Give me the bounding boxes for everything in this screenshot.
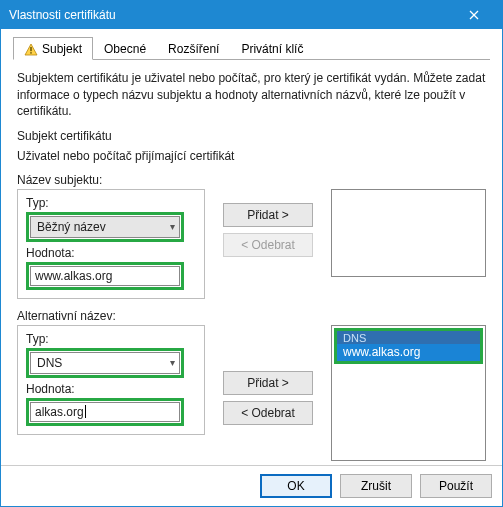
recipient-text: Uživatel nebo počítač přijímající certif… xyxy=(17,149,486,163)
description-text: Subjektem certifikátu je uživatel nebo p… xyxy=(17,70,486,119)
subject-name-group: Typ: Běžný název ▾ Hodnota: www.alkas.or… xyxy=(17,189,205,299)
text-caret xyxy=(85,405,86,418)
subject-name-area: Typ: Běžný název ▾ Hodnota: www.alkas.or… xyxy=(17,189,486,307)
alt-remove-button[interactable]: < Odebrat xyxy=(223,401,313,425)
subject-type-combo[interactable]: Běžný název ▾ xyxy=(30,216,180,238)
subject-heading: Subjekt certifikátu xyxy=(17,129,486,143)
tab-subjekt-label: Subjekt xyxy=(42,42,82,56)
apply-button[interactable]: Použít xyxy=(420,474,492,498)
warning-icon xyxy=(24,43,38,56)
subject-add-button[interactable]: Přidat > xyxy=(223,203,313,227)
subject-value-highlight: www.alkas.org xyxy=(26,262,184,290)
dialog-window: Vlastnosti certifikátu Subjekt Obecné Ro… xyxy=(0,0,503,507)
titlebar: Vlastnosti certifikátu xyxy=(1,1,502,29)
alt-list-item-value: www.alkas.org xyxy=(337,344,480,361)
alt-name-group: Typ: DNS ▾ Hodnota: alkas.org xyxy=(17,325,205,435)
alt-type-combo[interactable]: DNS ▾ xyxy=(30,352,180,374)
subject-result-list[interactable] xyxy=(331,189,486,277)
alt-value-text: alkas.org xyxy=(35,405,84,419)
tab-obecne[interactable]: Obecné xyxy=(93,37,157,60)
subject-type-highlight: Běžný název ▾ xyxy=(26,212,184,242)
alt-add-button[interactable]: Přidat > xyxy=(223,371,313,395)
subject-type-value: Běžný název xyxy=(37,220,106,234)
tab-strip: Subjekt Obecné Rozšíření Privátní klíč xyxy=(13,37,490,60)
tab-subjekt[interactable]: Subjekt xyxy=(13,37,93,60)
chevron-down-icon: ▾ xyxy=(170,357,175,368)
alt-list-item-type: DNS xyxy=(337,331,480,344)
svg-rect-4 xyxy=(30,53,31,54)
tab-privatni[interactable]: Privátní klíč xyxy=(230,37,314,60)
close-button[interactable] xyxy=(454,4,494,26)
window-title: Vlastnosti certifikátu xyxy=(9,8,116,22)
tab-body: Subjektem certifikátu je uživatel nebo p… xyxy=(13,60,490,465)
alt-type-value: DNS xyxy=(37,356,62,370)
alt-type-label: Typ: xyxy=(26,332,196,346)
close-icon xyxy=(469,10,479,20)
tab-rozsireni[interactable]: Rozšíření xyxy=(157,37,230,60)
dialog-footer: OK Zrušit Použít xyxy=(1,465,502,506)
subject-remove-button[interactable]: < Odebrat xyxy=(223,233,313,257)
type-label: Typ: xyxy=(26,196,196,210)
alt-type-highlight: DNS ▾ xyxy=(26,348,184,378)
subject-value-text: www.alkas.org xyxy=(35,269,112,283)
alt-name-area: Typ: DNS ▾ Hodnota: alkas.org xyxy=(17,325,486,461)
alt-value-label: Hodnota: xyxy=(26,382,196,396)
cancel-button[interactable]: Zrušit xyxy=(340,474,412,498)
subject-name-label: Název subjektu: xyxy=(17,173,486,187)
content-area: Subjekt Obecné Rozšíření Privátní klíč S… xyxy=(1,29,502,465)
alt-name-label: Alternativní název: xyxy=(17,309,486,323)
chevron-down-icon: ▾ xyxy=(170,221,175,232)
alt-list-item[interactable]: DNS www.alkas.org xyxy=(334,328,483,364)
ok-button[interactable]: OK xyxy=(260,474,332,498)
alt-value-input[interactable]: alkas.org xyxy=(30,402,180,422)
value-label: Hodnota: xyxy=(26,246,196,260)
alt-result-list[interactable]: DNS www.alkas.org xyxy=(331,325,486,461)
alt-value-highlight: alkas.org xyxy=(26,398,184,426)
svg-rect-3 xyxy=(30,47,31,51)
subject-value-input[interactable]: www.alkas.org xyxy=(30,266,180,286)
